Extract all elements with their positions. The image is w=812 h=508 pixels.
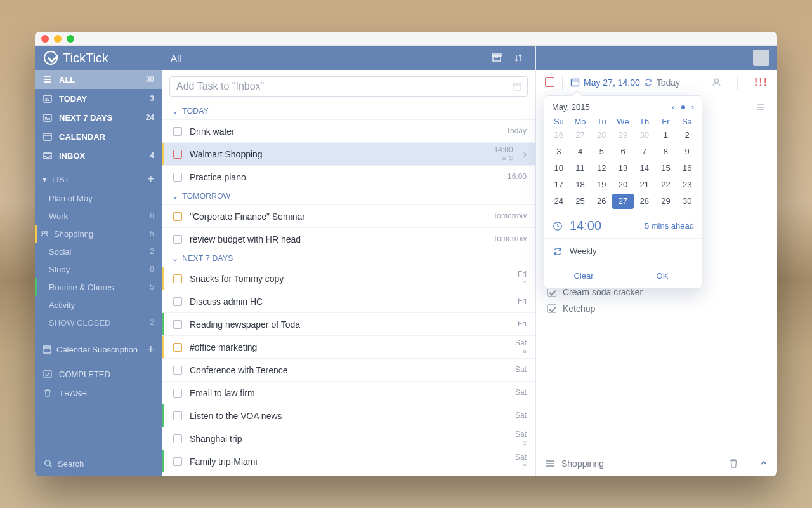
close-dot[interactable] (41, 35, 49, 43)
task-row[interactable]: Shanghai tripSat≡ (162, 427, 535, 450)
task-checkbox[interactable] (545, 77, 554, 87)
day-cell[interactable]: 26 (548, 128, 570, 143)
sidebar-list-item[interactable]: Plan of May (35, 189, 162, 207)
day-cell[interactable]: 30 (634, 128, 655, 143)
sidebar-list-item[interactable]: SHOW CLOSED2 (35, 314, 162, 331)
sidebar-list-item[interactable]: Work6 (35, 207, 162, 225)
task-checkbox[interactable] (173, 434, 182, 443)
assign-icon[interactable] (711, 77, 722, 88)
collapse-detail-button[interactable] (759, 458, 768, 469)
add-task-input[interactable]: Add Task to "Inbox" (169, 76, 528, 97)
list-section-header[interactable]: ▾ LIST + (35, 169, 162, 189)
day-cell[interactable]: 4 (570, 144, 591, 159)
nav-today[interactable]: 27TODAY3 (35, 89, 162, 108)
time-row[interactable]: 14:00 5 mins ahead (544, 213, 702, 238)
task-row[interactable]: Family trip-MiamiSat≡ (162, 450, 535, 472)
day-cell[interactable]: 29 (612, 128, 634, 143)
add-list-button[interactable]: + (147, 173, 154, 185)
task-row[interactable]: review budget with HR headTomorrow (162, 227, 535, 250)
subtasks-menu-icon[interactable] (756, 103, 766, 112)
day-cell[interactable]: 28 (634, 194, 655, 209)
nav-all[interactable]: ALL30 (35, 70, 162, 89)
day-cell[interactable]: 18 (570, 177, 591, 192)
next-month-button[interactable]: › (691, 102, 694, 112)
task-checkbox[interactable] (173, 411, 182, 420)
day-cell[interactable]: 28 (591, 128, 612, 143)
day-cell[interactable]: 19 (591, 177, 612, 192)
day-cell[interactable]: 11 (570, 161, 591, 176)
task-checkbox[interactable] (173, 173, 182, 182)
task-checkbox[interactable] (173, 235, 182, 244)
task-row[interactable]: Practice piano16:00 (162, 165, 535, 188)
task-row[interactable]: Snacks for Tommy copyFri≡ (162, 267, 535, 290)
day-cell[interactable]: 30 (676, 194, 698, 209)
subtask-row[interactable]: Ketchup (547, 304, 766, 314)
day-cell[interactable]: 20 (612, 177, 634, 192)
task-row[interactable]: Walmart Shopping14:00≡ ↻› (162, 142, 535, 165)
task-row[interactable]: Discuss admin HCFri (162, 290, 535, 312)
task-row[interactable]: Drink waterToday (162, 119, 535, 142)
nav-completed[interactable]: COMPLETED (35, 364, 162, 384)
nav-calendar[interactable]: CALENDAR (35, 127, 162, 146)
detail-list-name[interactable]: Shoppinng (561, 458, 604, 469)
day-cell[interactable]: 9 (676, 144, 698, 159)
task-checkbox[interactable] (173, 150, 182, 159)
task-checkbox[interactable] (173, 320, 182, 329)
archive-icon[interactable] (488, 50, 505, 66)
task-checkbox[interactable] (173, 297, 182, 306)
day-cell[interactable]: 14 (634, 161, 655, 176)
day-cell[interactable]: 8 (655, 144, 677, 159)
account-avatar[interactable] (753, 50, 769, 66)
prev-month-button[interactable]: ‹ (672, 102, 674, 112)
day-cell[interactable]: 27 (570, 128, 591, 143)
task-checkbox[interactable] (173, 274, 182, 283)
day-cell[interactable]: 22 (655, 177, 677, 192)
clear-button[interactable]: Clear (544, 264, 623, 288)
task-checkbox[interactable] (173, 457, 182, 466)
sidebar-list-item[interactable]: Routine & Chores5 (35, 278, 162, 296)
sidebar-list-item[interactable]: Shoppinng5 (35, 225, 162, 243)
sidebar-list-item[interactable]: Social2 (35, 243, 162, 260)
nav-next7[interactable]: WeNEXT 7 DAYS24 (35, 108, 162, 127)
task-group-header[interactable]: ⌄NEXT 7 DAYS (162, 250, 535, 267)
task-checkbox[interactable] (173, 343, 182, 352)
day-cell[interactable]: 12 (591, 161, 612, 176)
sort-icon[interactable] (510, 50, 527, 66)
priority-indicator[interactable]: !!! (754, 77, 768, 88)
day-cell[interactable]: 24 (548, 194, 570, 209)
nav-inbox[interactable]: INBOX4 (35, 146, 162, 165)
task-row[interactable]: Email to law firmSat (162, 381, 535, 404)
task-group-header[interactable]: ⌄TODAY (162, 103, 535, 119)
task-row[interactable]: Reading newspaper of TodaFri (162, 312, 535, 335)
zoom-dot[interactable] (67, 35, 74, 43)
search-field[interactable]: Search (35, 451, 162, 476)
task-row[interactable]: Conference with TerenceSat (162, 358, 535, 381)
task-row[interactable]: "Corporate Finance" SeminarTomorrow (162, 204, 535, 227)
day-cell[interactable]: 2 (676, 128, 698, 143)
calendar-subscription[interactable]: Calendar Subscription + (35, 339, 162, 359)
day-cell[interactable]: 7 (634, 144, 655, 159)
day-cell[interactable]: 5 (591, 144, 612, 159)
day-cell[interactable]: 1 (655, 128, 677, 143)
day-cell[interactable]: 21 (634, 177, 655, 192)
day-cell[interactable]: 15 (655, 161, 677, 176)
day-cell[interactable]: 13 (612, 161, 634, 176)
reminder-value[interactable]: 5 mins ahead (645, 221, 694, 231)
day-cell[interactable]: 29 (655, 194, 677, 209)
sidebar-list-item[interactable]: Study8 (35, 260, 162, 278)
today-dot-button[interactable] (681, 105, 685, 109)
task-checkbox[interactable] (173, 212, 182, 221)
calendar-icon[interactable] (512, 81, 522, 91)
task-row[interactable]: #office marketingSat≡ (162, 335, 535, 358)
delete-task-button[interactable] (729, 458, 738, 469)
task-row[interactable]: Listen to the VOA newsSat (162, 404, 535, 427)
task-checkbox[interactable] (173, 366, 182, 375)
add-calendar-button[interactable]: + (147, 344, 154, 355)
repeat-row[interactable]: Weekly (544, 238, 702, 264)
minimize-dot[interactable] (54, 35, 62, 43)
due-date-button[interactable]: May 27, 14:00 Today (570, 77, 680, 88)
subtask-checkbox[interactable] (547, 288, 556, 297)
subtask-checkbox[interactable] (547, 304, 556, 313)
ok-button[interactable]: OK (623, 264, 702, 288)
task-group-header[interactable]: ⌄TOMORROW (162, 188, 535, 204)
